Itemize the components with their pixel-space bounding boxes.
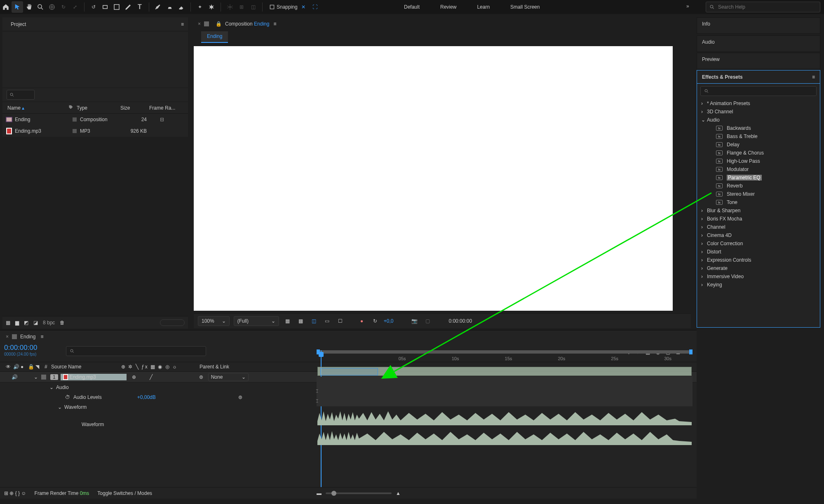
toggle-switches-button[interactable]: Toggle Switches / Modes — [97, 490, 152, 496]
effects-item[interactable]: fxReverb — [697, 182, 820, 190]
zoom-capsule[interactable] — [160, 319, 185, 326]
parent-pickwhip-icon[interactable]: ⊚ — [199, 374, 203, 380]
label-col-icon[interactable]: ◥ — [34, 364, 43, 370]
solo-col-icon[interactable]: ● — [19, 364, 26, 370]
channel-icon[interactable]: ● — [357, 316, 366, 326]
clone-tool-icon[interactable] — [164, 1, 176, 13]
effects-group[interactable]: ›3D Channel — [697, 108, 820, 116]
effects-item[interactable]: fxTone — [697, 198, 820, 206]
resolution-dropdown[interactable]: (Full)⌄ — [234, 316, 279, 326]
switches-col[interactable]: ⊕ ✲ ╲ ƒx ▦ ◉ ◎ ☼ — [120, 364, 198, 370]
parent-link-col[interactable]: Parent & Link — [198, 364, 231, 370]
effects-group[interactable]: ›Boris FX Mocha — [697, 215, 820, 223]
pen-tool-icon[interactable] — [122, 1, 134, 13]
work-area-end-handle[interactable] — [689, 349, 693, 354]
timeline-search-input[interactable] — [66, 346, 206, 356]
effects-item[interactable]: fxDelay — [697, 141, 820, 149]
effects-item[interactable]: fxModulator — [697, 165, 820, 173]
layer-source[interactable]: Ending.mp3 — [61, 374, 127, 380]
pickwhip-icon[interactable]: ⊚ — [238, 394, 242, 400]
audio-toggle-icon[interactable]: 🔊 — [12, 374, 19, 380]
brush-tool-icon[interactable] — [153, 1, 164, 13]
project-tab[interactable]: Project — [7, 19, 30, 30]
panel-menu-icon[interactable]: ≡ — [273, 21, 276, 27]
project-item[interactable]: Ending.mp3 MP3 926 KB — [2, 125, 188, 137]
preview-timecode[interactable]: 0:00:00:00 — [448, 318, 472, 324]
col-name[interactable]: Name ▴ — [5, 105, 66, 111]
effects-group[interactable]: ›Blur & Sharpen — [697, 206, 820, 215]
type-tool-icon[interactable]: T — [134, 1, 146, 13]
bpc-label[interactable]: 8 bpc — [43, 320, 55, 326]
effects-item[interactable]: fxParametric EQ — [697, 173, 820, 182]
color-depth-icon[interactable]: ◪ — [33, 320, 38, 326]
workspaces-more-icon[interactable]: » — [686, 3, 689, 9]
orbit-tool-icon[interactable] — [46, 1, 58, 13]
col-size[interactable]: Size — [118, 105, 147, 111]
3d-gizmo-icon[interactable] — [224, 1, 236, 13]
col-type[interactable]: Type — [74, 105, 118, 111]
reset-exposure-icon[interactable]: ↻ — [371, 316, 380, 326]
workspace-small[interactable]: Small Screen — [510, 4, 540, 10]
stopwatch-icon[interactable]: ⏱ — [65, 394, 70, 400]
rotation-tool-icon[interactable]: ↻ — [58, 1, 69, 13]
effects-item[interactable]: fxFlange & Chorus — [697, 149, 820, 157]
clip-selection[interactable] — [320, 368, 378, 375]
close-icon[interactable]: × — [6, 334, 9, 340]
toggle-switches-icon[interactable]: ⊞ ⊕ { } ☺ — [4, 490, 26, 496]
3d-cube-icon[interactable]: ◫ — [247, 1, 259, 13]
fast-preview-icon[interactable]: ▦ — [283, 316, 292, 326]
roto-tool-icon[interactable]: ✦ — [194, 1, 206, 13]
3d-axis-icon[interactable]: ⊞ — [236, 1, 247, 13]
lock-icon[interactable]: 🔒 — [216, 21, 222, 27]
mask-toggle-icon[interactable]: ◫ — [310, 316, 319, 326]
snapping-toggle[interactable]: Snapping — [269, 4, 298, 10]
home-icon[interactable] — [0, 1, 12, 13]
search-help[interactable] — [706, 2, 820, 12]
shape-tool-icon[interactable] — [111, 1, 122, 13]
project-search-input[interactable] — [7, 90, 35, 100]
panel-menu-icon[interactable]: ≡ — [40, 334, 43, 340]
audio-col-icon[interactable]: 🔊 — [12, 364, 19, 370]
workspace-default[interactable]: Default — [404, 4, 420, 10]
zoom-in-icon[interactable]: ▲ — [396, 490, 401, 496]
puppet-tool-icon[interactable] — [206, 1, 217, 13]
grid-icon[interactable]: ☐ — [336, 316, 345, 326]
snapshot-icon[interactable]: 📷 — [410, 316, 419, 326]
effects-search-input[interactable] — [700, 86, 817, 96]
effects-item[interactable]: fxStereo Mixer — [697, 190, 820, 198]
effects-group[interactable]: ›Keying — [697, 281, 820, 289]
col-framerate[interactable]: Frame Ra... — [147, 105, 178, 111]
effects-group[interactable]: ›Distort — [697, 248, 820, 256]
flowchart-icon[interactable]: ⊟ — [160, 117, 164, 122]
layer-twirl-icon[interactable]: ⌄ — [34, 374, 40, 380]
region-icon[interactable]: ▭ — [323, 316, 332, 326]
project-item[interactable]: Ending Composition 24 ⊟ — [2, 114, 188, 125]
folder-icon[interactable]: ▆ — [15, 320, 19, 326]
source-name-col[interactable]: Source Name — [49, 364, 120, 370]
video-col-icon[interactable]: 👁 — [4, 364, 12, 370]
twirl-icon[interactable]: ⌄ — [49, 384, 54, 390]
current-timecode[interactable]: 0:00:00:00 — [4, 344, 62, 352]
zoom-out-icon[interactable]: ▬ — [317, 490, 322, 496]
effects-group[interactable]: ›* Animation Presets — [697, 99, 820, 108]
zoom-tool-icon[interactable] — [35, 1, 46, 13]
audio-panel[interactable]: Audio — [697, 35, 820, 52]
effects-group[interactable]: ›Generate — [697, 264, 820, 272]
snap-bounds-icon[interactable]: ⛶ — [309, 1, 321, 13]
audio-levels-value[interactable]: +0,00dB — [137, 394, 156, 400]
show-snapshot-icon[interactable]: ▢ — [423, 316, 432, 326]
camera-tool-icon[interactable]: ⤢ — [69, 1, 81, 13]
composition-canvas[interactable] — [194, 46, 673, 311]
selection-tool-icon[interactable] — [12, 1, 23, 13]
trash-icon[interactable]: 🗑 — [60, 320, 65, 326]
layer-switch-edit[interactable]: ╱ — [141, 374, 183, 380]
parent-dropdown[interactable]: None⌄ — [208, 373, 249, 381]
viewer-tab-label[interactable]: Composition Ending — [225, 21, 269, 27]
effects-group[interactable]: ›Immersive Video — [697, 272, 820, 281]
timeline-ruler[interactable]: 05s10s15s20s25s30s — [317, 350, 693, 367]
snap-collision-icon[interactable]: ✕ — [298, 1, 309, 13]
rect-tool-icon[interactable] — [99, 1, 111, 13]
transparency-grid-icon[interactable]: ▩ — [296, 316, 305, 326]
workspace-review[interactable]: Review — [440, 4, 456, 10]
subtab-ending[interactable]: Ending — [201, 31, 228, 43]
